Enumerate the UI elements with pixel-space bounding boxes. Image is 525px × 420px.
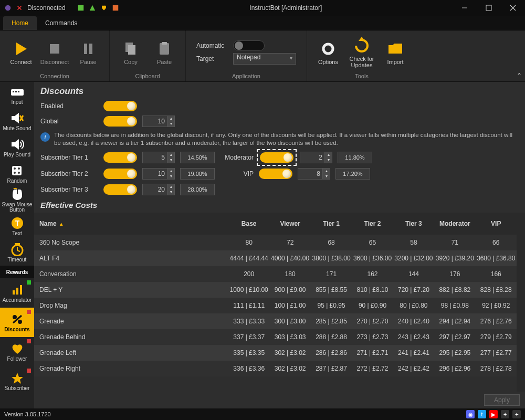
spin-up-icon[interactable]: ▴ [167, 152, 174, 158]
tray-icon-3[interactable] [100, 4, 108, 12]
costs-table-wrap[interactable]: Name▲BaseViewerTier 1Tier 2Tier 3Moderat… [34, 213, 517, 392]
tier3-pct: 28.00% [180, 184, 215, 195]
minimize-button[interactable] [453, 0, 477, 16]
tier3-toggle[interactable] [103, 184, 137, 195]
youtube-icon[interactable]: ▶ [489, 410, 498, 418]
cell-value: 80 [228, 235, 269, 250]
discord-icon[interactable]: ◉ [466, 410, 475, 418]
copy-button[interactable]: Copy [115, 34, 146, 71]
options-button[interactable]: Options [312, 34, 344, 71]
spin-down-icon[interactable]: ▾ [322, 174, 330, 179]
misc-icon-2[interactable]: ✦ [512, 410, 521, 418]
vip-spin[interactable]: ▴▾ [298, 168, 330, 180]
import-button[interactable]: Import [380, 34, 411, 71]
tier2-spin[interactable]: ▴▾ [142, 168, 175, 180]
subscriber-icon [9, 371, 25, 385]
enabled-toggle[interactable] [103, 101, 137, 111]
vip-toggle[interactable] [259, 169, 292, 179]
col-name[interactable]: Name▲ [34, 213, 228, 235]
sidebar-item-accumulator[interactable]: Accumulator [0, 278, 34, 308]
sidebar-item-text[interactable]: TText [0, 213, 34, 239]
col-vip[interactable]: VIP [476, 213, 517, 235]
tier1-input[interactable] [143, 153, 167, 162]
sidebar-item-timeout[interactable]: Timeout [0, 239, 34, 266]
col-tier-2[interactable]: Tier 2 [352, 213, 393, 235]
tray-icon-2[interactable] [89, 4, 96, 12]
sidebar-item-play[interactable]: Play Sound [0, 134, 34, 161]
col-moderator[interactable]: Moderator [434, 213, 475, 235]
pause-button[interactable]: Pause [72, 34, 104, 71]
spin-down-icon[interactable]: ▾ [167, 174, 174, 179]
table-row[interactable]: Grenade Right336 | £3.36302 | £3.02287 |… [34, 361, 517, 376]
col-viewer[interactable]: Viewer [269, 213, 310, 235]
discounts-icon [9, 312, 25, 326]
sidebar-item-discounts[interactable]: Discounts [0, 308, 34, 337]
tier1-spin[interactable]: ▴▾ [142, 152, 175, 163]
global-toggle[interactable] [103, 116, 137, 127]
mod-spin[interactable]: ▴▾ [300, 152, 332, 163]
tab-commands[interactable]: Commands [37, 16, 86, 30]
sidebar-item-follower[interactable]: Follower [0, 337, 34, 366]
spin-up-icon[interactable]: ▴ [167, 184, 174, 190]
twitter-icon[interactable]: t [478, 410, 486, 418]
spin-up-icon[interactable]: ▴ [167, 116, 174, 121]
sidebar-item-random[interactable]: Random [0, 161, 34, 187]
sidebar-item-swap[interactable]: Swap Mouse Button [0, 187, 34, 213]
tier2-toggle[interactable] [103, 169, 137, 179]
svg-rect-3 [112, 5, 118, 11]
sidebar-item-subscriber[interactable]: Subscriber [0, 366, 34, 396]
spin-down-icon[interactable]: ▾ [167, 158, 174, 163]
close-button[interactable] [501, 0, 525, 16]
tier3-input[interactable] [143, 185, 167, 194]
target-select[interactable]: Notepad [233, 53, 296, 65]
spin-down-icon[interactable]: ▾ [167, 121, 174, 127]
svg-marker-2 [89, 5, 95, 11]
table-row[interactable]: Grenade333 | £3.33300 | £3.00285 | £2.85… [34, 313, 517, 329]
mod-input[interactable] [300, 153, 324, 162]
spin-up-icon[interactable]: ▴ [167, 169, 174, 174]
table-row[interactable]: Grenade Behind337 | £3.37303 | £3.03288 … [34, 329, 517, 345]
disconnect-button[interactable]: Disconnect [39, 34, 70, 71]
sidebar-item-mute[interactable]: Mute Sound [0, 108, 34, 134]
connect-button[interactable]: Connect [5, 34, 37, 71]
info-text: The discounts below are in addition to t… [54, 131, 512, 147]
sidebar-item-input[interactable]: Input [0, 82, 34, 108]
tier2-input[interactable] [143, 170, 167, 178]
spin-down-icon[interactable]: ▾ [324, 158, 332, 163]
cell-name: Drop Mag [34, 298, 228, 313]
col-base[interactable]: Base [228, 213, 269, 235]
table-row[interactable]: DEL + Y1000 | £10.00900 | £9.00855 | £8.… [34, 282, 517, 298]
vip-input[interactable] [298, 170, 322, 178]
col-tier-3[interactable]: Tier 3 [393, 213, 434, 235]
table-row[interactable]: Conversation200180171162144176166 [34, 266, 517, 282]
spin-down-icon[interactable]: ▾ [167, 190, 174, 195]
automatic-toggle[interactable] [233, 40, 265, 51]
pause-icon [79, 40, 97, 58]
table-row[interactable]: Grenade Left335 | £3.35302 | £3.02286 | … [34, 345, 517, 361]
vertical-scrollbar[interactable] [517, 213, 525, 392]
tray-icon-1[interactable] [77, 4, 85, 12]
tier3-spin[interactable]: ▴▾ [142, 184, 175, 195]
global-input[interactable] [143, 117, 167, 125]
tier1-toggle[interactable] [103, 152, 137, 163]
col-tier-1[interactable]: Tier 1 [311, 213, 352, 235]
spin-up-icon[interactable]: ▴ [324, 152, 332, 158]
tab-home[interactable]: Home [3, 16, 37, 30]
paste-button[interactable]: Paste [149, 34, 180, 71]
maximize-button[interactable] [477, 0, 501, 16]
table-row[interactable]: 360 No Scope80726865587166 [34, 235, 517, 250]
cell-value: 100 | £1.00 [269, 298, 310, 313]
apply-button[interactable]: Apply [484, 394, 520, 406]
spin-up-icon[interactable]: ▴ [322, 169, 330, 174]
table-row[interactable]: Drop Mag111 | £1.11100 | £1.0095 | £0.95… [34, 298, 517, 313]
apply-bar: Apply [34, 392, 525, 408]
misc-icon-1[interactable]: ✦ [501, 410, 509, 418]
mute-icon [9, 111, 25, 125]
version-text: Version 3.05.1720 [4, 411, 51, 417]
global-spin[interactable]: ▴▾ [142, 116, 175, 127]
table-row[interactable]: ALT F44444 | £44.444000 | £40.003800 | £… [34, 250, 517, 266]
mod-toggle[interactable] [260, 152, 293, 163]
ribbon-collapse-icon[interactable]: ⌃ [517, 72, 522, 79]
tray-icon-4[interactable] [112, 4, 119, 12]
check-updates-button[interactable]: Check for Updates [346, 34, 377, 71]
